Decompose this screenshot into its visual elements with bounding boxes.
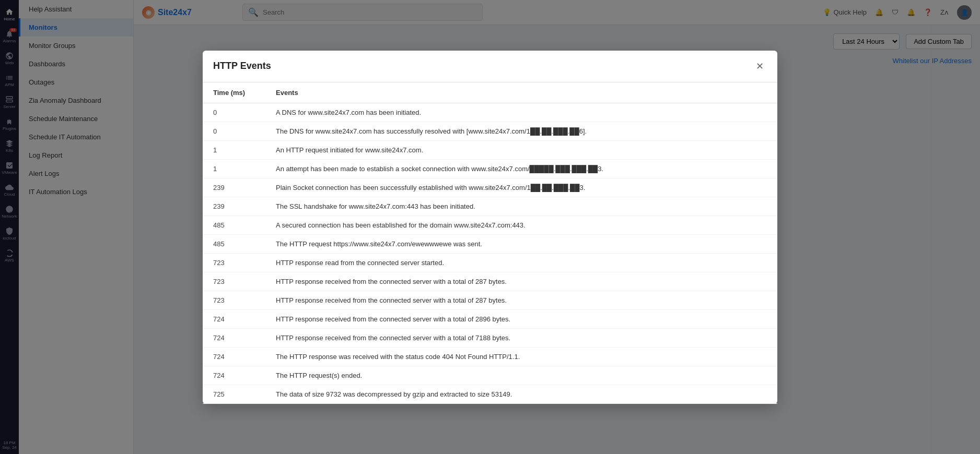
table-row: 724The HTTP request(s) ended.: [203, 366, 777, 385]
table-row: 239Plain Socket connection has been succ…: [203, 178, 777, 197]
cell-time: 723: [203, 272, 265, 291]
cell-time: 725: [203, 385, 265, 403]
cell-time: 723: [203, 253, 265, 272]
table-row: 1An attempt has been made to establish a…: [203, 159, 777, 178]
modal-header: HTTP Events ✕: [203, 51, 777, 82]
cell-time: 724: [203, 309, 265, 328]
cell-event: The data of size 9732 was decompressed b…: [265, 385, 777, 403]
modal-overlay[interactable]: HTTP Events ✕ Time (ms) Events 0A DNS fo…: [0, 0, 980, 454]
cell-event: Plain Socket connection has been success…: [265, 178, 777, 197]
cell-event: The HTTP request(s) ended.: [265, 366, 777, 385]
modal-title: HTTP Events: [213, 61, 271, 71]
cell-time: 724: [203, 366, 265, 385]
cell-time: 1: [203, 140, 265, 159]
events-table-body: 0A DNS for www.site24x7.com has been ini…: [203, 103, 777, 403]
cell-event: HTTP response received from the connecte…: [265, 328, 777, 347]
cell-event: HTTP response read from the connected se…: [265, 253, 777, 272]
modal-body: Time (ms) Events 0A DNS for www.site24x7…: [203, 82, 777, 404]
cell-event: A secured connection has been establishe…: [265, 216, 777, 234]
cell-event: The HTTP response was received with the …: [265, 347, 777, 366]
table-row: 724The HTTP response was received with t…: [203, 347, 777, 366]
cell-time: 723: [203, 291, 265, 309]
cell-event: An HTTP request initiated for www.site24…: [265, 140, 777, 159]
cell-event: The SSL handshake for www.site24x7.com:4…: [265, 197, 777, 216]
table-row: 0A DNS for www.site24x7.com has been ini…: [203, 103, 777, 122]
table-row: 485The HTTP request https://www.site24x7…: [203, 234, 777, 253]
cell-time: 485: [203, 216, 265, 234]
cell-event: An attempt has been made to establish a …: [265, 159, 777, 178]
cell-time: 485: [203, 234, 265, 253]
cell-event: The DNS for www.site24x7.com has success…: [265, 122, 777, 140]
cell-event: A DNS for www.site24x7.com has been init…: [265, 103, 777, 122]
table-row: 724HTTP response received from the conne…: [203, 309, 777, 328]
table-row: 725The data of size 9732 was decompresse…: [203, 385, 777, 403]
cell-event: HTTP response received from the connecte…: [265, 309, 777, 328]
cell-time: 0: [203, 103, 265, 122]
cell-time: 239: [203, 178, 265, 197]
cell-event: HTTP response received from the connecte…: [265, 291, 777, 309]
table-row: 1An HTTP request initiated for www.site2…: [203, 140, 777, 159]
table-header: Time (ms) Events: [203, 82, 777, 103]
cell-time: 0: [203, 122, 265, 140]
modal-close-button[interactable]: ✕: [752, 59, 767, 74]
table-row: 239The SSL handshake for www.site24x7.co…: [203, 197, 777, 216]
col-header-time: Time (ms): [203, 82, 265, 103]
events-table: Time (ms) Events 0A DNS for www.site24x7…: [203, 82, 777, 404]
table-row: 723HTTP response received from the conne…: [203, 291, 777, 309]
table-row: 723HTTP response read from the connected…: [203, 253, 777, 272]
http-events-modal: HTTP Events ✕ Time (ms) Events 0A DNS fo…: [203, 51, 777, 404]
cell-event: The HTTP request https://www.site24x7.co…: [265, 234, 777, 253]
cell-event: HTTP response received from the connecte…: [265, 272, 777, 291]
table-row: 723HTTP response received from the conne…: [203, 272, 777, 291]
cell-time: 724: [203, 347, 265, 366]
cell-time: 239: [203, 197, 265, 216]
table-row: 0The DNS for www.site24x7.com has succes…: [203, 122, 777, 140]
cell-time: 1: [203, 159, 265, 178]
table-row: 485A secured connection has been establi…: [203, 216, 777, 234]
col-header-events: Events: [265, 82, 777, 103]
cell-time: 724: [203, 328, 265, 347]
table-row: 724HTTP response received from the conne…: [203, 328, 777, 347]
